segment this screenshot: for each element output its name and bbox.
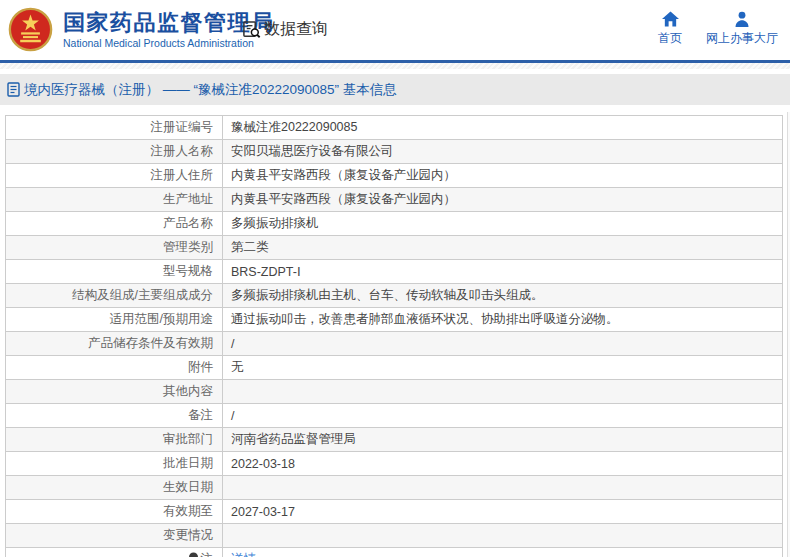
row-label: 审批部门 <box>6 428 223 452</box>
table-row: 批准日期2022-03-18 <box>6 452 783 476</box>
row-value: BRS-ZDPT-Ⅰ <box>223 260 783 284</box>
national-emblem-icon <box>8 7 53 52</box>
row-value: 河南省药品监督管理局 <box>223 428 783 452</box>
nav-label-service-hall: 网上办事大厅 <box>706 30 778 47</box>
document-icon <box>7 82 20 97</box>
row-label: 有效期至 <box>6 500 223 524</box>
table-row: 型号规格BRS-ZDPT-Ⅰ <box>6 260 783 284</box>
row-label: 注册人名称 <box>6 140 223 164</box>
detail-link[interactable]: 详情 <box>231 552 256 557</box>
data-query-icon <box>242 20 261 39</box>
row-label: 注 <box>6 548 223 557</box>
row-value: 2027-03-17 <box>223 500 783 524</box>
row-label: 其他内容 <box>6 380 223 404</box>
table-row: 产品储存条件及有效期/ <box>6 332 783 356</box>
nav-label-home: 首页 <box>658 30 682 47</box>
home-icon <box>662 11 679 27</box>
row-value <box>223 524 783 548</box>
row-value: 多频振动排痰机 <box>223 212 783 236</box>
row-value: / <box>223 332 783 356</box>
person-icon <box>734 11 750 27</box>
table-row: 注册人住所内黄县平安路西段（康复设备产业园内） <box>6 164 783 188</box>
row-label: 注册证编号 <box>6 116 223 140</box>
row-label: 批准日期 <box>6 452 223 476</box>
registration-info-table: 注册证编号豫械注准20222090085注册人名称安阳贝瑞思医疗设备有限公司注册… <box>5 115 783 557</box>
data-query-tab[interactable]: 数据查询 <box>242 19 328 40</box>
nav-item-service-hall[interactable]: 网上办事大厅 <box>706 11 778 47</box>
row-label: 产品储存条件及有效期 <box>6 332 223 356</box>
table-row: 注册证编号豫械注准20222090085 <box>6 116 783 140</box>
top-nav: 首页 网上办事大厅 <box>658 11 778 47</box>
table-row: 管理类别第二类 <box>6 236 783 260</box>
agency-logo[interactable]: 国家药品监督管理局 National Medical Products Admi… <box>8 7 275 52</box>
table-row: 结构及组成/主要组成成分多频振动排痰机由主机、台车、传动软轴及叩击头组成。 <box>6 284 783 308</box>
breadcrumb: 境内医疗器械（注册） —— “豫械注准20222090085” 基本信息 <box>0 74 790 105</box>
table-row: 有效期至2027-03-17 <box>6 500 783 524</box>
table-row: 其他内容 <box>6 380 783 404</box>
table-row: 生效日期 <box>6 476 783 500</box>
row-value: 第二类 <box>223 236 783 260</box>
row-value: 2022-03-18 <box>223 452 783 476</box>
table-row: 变更情况 <box>6 524 783 548</box>
row-label: 生产地址 <box>6 188 223 212</box>
table-row: 注册人名称安阳贝瑞思医疗设备有限公司 <box>6 140 783 164</box>
row-label: 备注 <box>6 404 223 428</box>
table-row: 注详情 <box>6 548 783 557</box>
row-value: 多频振动排痰机由主机、台车、传动软轴及叩击头组成。 <box>223 284 783 308</box>
row-value <box>223 476 783 500</box>
row-value: 安阳贝瑞思医疗设备有限公司 <box>223 140 783 164</box>
header-shadow <box>0 63 790 69</box>
row-value: 无 <box>223 356 783 380</box>
row-label: 型号规格 <box>6 260 223 284</box>
nav-item-home[interactable]: 首页 <box>658 11 682 47</box>
row-value: 豫械注准20222090085 <box>223 116 783 140</box>
note-icon <box>188 552 199 557</box>
row-value: 通过振动叩击，改善患者肺部血液循环状况、协助排出呼吸道分泌物。 <box>223 308 783 332</box>
table-row: 产品名称多频振动排痰机 <box>6 212 783 236</box>
breadcrumb-text: 境内医疗器械（注册） —— “豫械注准20222090085” 基本信息 <box>24 81 397 99</box>
row-label: 生效日期 <box>6 476 223 500</box>
table-row: 附件无 <box>6 356 783 380</box>
row-label: 结构及组成/主要组成成分 <box>6 284 223 308</box>
table-row: 适用范围/预期用途通过振动叩击，改善患者肺部血液循环状况、协助排出呼吸道分泌物。 <box>6 308 783 332</box>
row-value: / <box>223 404 783 428</box>
table-row: 审批部门河南省药品监督管理局 <box>6 428 783 452</box>
row-value <box>223 380 783 404</box>
row-label: 适用范围/预期用途 <box>6 308 223 332</box>
registration-info-section: 注册证编号豫械注准20222090085注册人名称安阳贝瑞思医疗设备有限公司注册… <box>5 115 785 557</box>
row-label: 变更情况 <box>6 524 223 548</box>
row-value: 详情 <box>223 548 783 557</box>
table-row: 备注/ <box>6 404 783 428</box>
row-label: 注册人住所 <box>6 164 223 188</box>
page-header: 国家药品监督管理局 National Medical Products Admi… <box>0 0 790 60</box>
table-row: 生产地址内黄县平安路西段（康复设备产业园内） <box>6 188 783 212</box>
row-value: 内黄县平安路西段（康复设备产业园内） <box>223 188 783 212</box>
row-label: 附件 <box>6 356 223 380</box>
row-label: 产品名称 <box>6 212 223 236</box>
data-query-label: 数据查询 <box>264 19 328 40</box>
row-label: 管理类别 <box>6 236 223 260</box>
row-value: 内黄县平安路西段（康复设备产业园内） <box>223 164 783 188</box>
